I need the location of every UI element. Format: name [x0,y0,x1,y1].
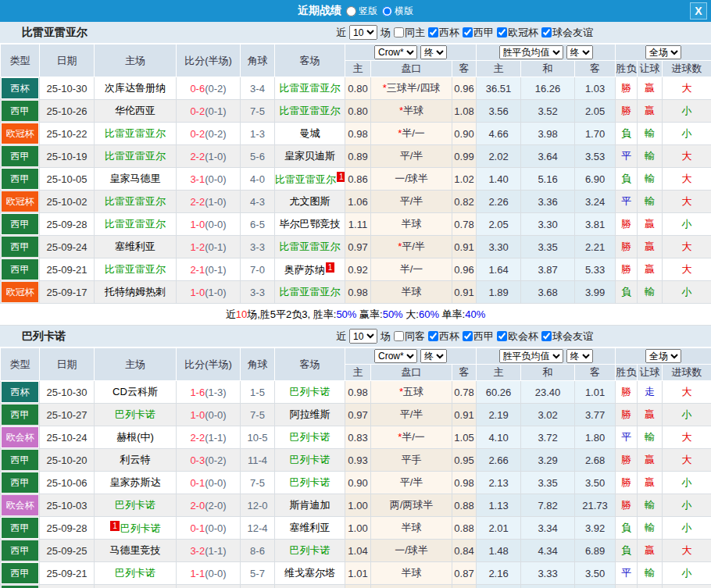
handicap-group-header: Crow*终 [345,45,477,61]
corner-count: 7-0 [241,258,275,281]
result-winlose: 負 [616,540,638,562]
result-winlose: 負 [616,585,638,588]
handicap-line: 半/一 [402,431,425,443]
comp-option[interactable]: 球会友谊 [541,330,593,344]
handicap-line-cell: *五球 [371,381,452,404]
home-team-cell: 塞维利亚 [95,236,177,258]
score-cell: 1-6(1-3) [177,381,241,404]
col-away: 客场 [275,348,345,381]
match-type-cell: 西杯 [1,381,40,404]
bookmaker-select[interactable]: Crow* [374,45,417,59]
comp-checkbox-2[interactable] [497,27,507,37]
euro-home-odds: 1.48 [477,540,521,562]
home-team-name: 比雷亚雷亚尔 [105,263,166,275]
comp-checkbox-1[interactable] [463,331,473,341]
score-cell: 0-6(0-2) [177,77,241,100]
comp-option[interactable]: 西杯 [428,330,459,344]
corner-count: 7-5 [241,100,275,123]
scope-select[interactable]: 全场 [645,349,681,363]
table-row: 西甲 25-10-27 巴列卡诺 1-0(0-0) 7-5 阿拉维斯 0.97 … [1,404,711,426]
handicap-line-cell: 平/半 [371,145,452,168]
away-team-name: 尤文图斯 [290,195,330,207]
col-eu-draw: 和 [521,61,575,77]
euro-home-odds: 3.30 [477,236,521,258]
comp-checkbox-0[interactable] [428,27,438,37]
euro-draw-odds: 3.33 [521,562,575,585]
handicap-time-select[interactable]: 终 [420,349,447,363]
comp-checkbox-0[interactable] [428,331,438,341]
away-team-name: 皇家贝迪斯 [284,150,335,162]
comp-checkbox-3[interactable] [541,331,552,341]
games-count-select[interactable]: 10 [349,329,377,344]
bookmaker-select[interactable]: Crow* [374,349,417,363]
comp-option[interactable]: 欧会杯 [497,330,538,344]
same-venue-checkbox[interactable] [394,331,404,341]
handicap-line: 平/半 [400,150,423,162]
result-handicap: 走 [638,381,663,404]
table-row: 西甲 25-09-28 1巴列卡诺 0-1(0-0) 12-4 塞维利亚 1.0… [1,517,711,540]
fulltime-score: 1-0 [190,219,205,230]
col-ah-away: 客 [452,365,477,381]
col-corner: 角球 [241,45,275,77]
same-venue-option[interactable]: 同客 [394,330,425,344]
corner-count: 7-5 [241,472,275,494]
summary-part: 单率: [439,308,465,320]
fulltime-score: 2-2 [190,432,205,444]
vertical-layout-radio[interactable] [346,6,356,16]
comp-option[interactable]: 球会友谊 [541,26,593,40]
summary-part: 近 [226,308,236,320]
avg-odds-select[interactable]: 胜平负均值 [499,349,563,363]
handicap-line-cell: 半球 [371,213,452,236]
comp-checkbox-2[interactable] [497,331,507,341]
home-team-name: 华伦西亚 [115,105,155,116]
euro-draw-odds: 3.35 [521,472,575,494]
table-row: 欧会杯 25-10-24 赫根(中) 2-2(1-1) 10-5 巴列卡诺 0.… [1,426,711,449]
match-date: 25-09-17 [40,281,95,304]
comp-checkbox-1[interactable] [463,27,473,37]
avg-odds-select[interactable]: 胜平负均值 [499,45,563,59]
comp-option[interactable]: 西杯 [428,26,459,40]
home-team-name: 比雷亚雷亚尔 [105,150,166,162]
match-type-badge: 西甲 [2,404,38,425]
comp-checkbox-3[interactable] [541,27,552,37]
match-type-cell: 西杯 [1,77,40,100]
result-handicap: 輸 [638,123,663,145]
team-section-header: 比雷亚雷亚尔 近 10 场 同主 西杯 西甲 欧冠杯 球会友谊 [0,22,711,44]
corner-count: 8-6 [241,540,275,562]
match-type-cell: 欧冠杯 [1,281,40,304]
comp-option[interactable]: 欧冠杯 [497,26,538,40]
handicap-line: 半球 [402,522,422,533]
home-team-name: 巴列卡诺 [115,499,155,511]
table-row: 西甲 25-09-25 马德里竞技 3-2(1-1) 8-6 巴列卡诺 1.04… [1,540,711,562]
euro-time-select[interactable]: 终 [566,45,593,59]
euro-home-odds: 2.01 [477,517,521,540]
away-team-cell: 曼城 [275,123,345,145]
scope-select[interactable]: 全场 [645,45,681,59]
match-type-cell: 欧会杯 [1,426,40,449]
close-button[interactable]: X [690,2,707,20]
horizontal-layout-option[interactable]: 横版 [382,5,413,18]
match-type-cell: 西甲 [1,100,40,123]
comp-option[interactable]: 西甲 [463,330,494,344]
euro-home-odds: 60.26 [477,381,521,404]
comp-option[interactable]: 西甲 [463,26,494,40]
summary-part: 60% [419,308,439,320]
score-cell: 2-2(1-0) [177,191,241,213]
match-type-cell: 西甲 [1,404,40,426]
euro-time-select[interactable]: 终 [566,349,593,363]
same-venue-option[interactable]: 同主 [394,26,425,40]
summary-part: 50% [383,308,403,320]
euro-draw-odds: 3.98 [521,123,575,145]
halftime-score: (0-0) [205,522,226,534]
handicap-time-select[interactable]: 终 [420,45,447,59]
table-row: 西杯 25-10-30 次库达鲁册纳 0-6(0-2) 3-4 比雷亚雷亚尔 0… [1,77,711,100]
euro-draw-odds: 3.68 [521,281,575,304]
euro-home-odds: 4.10 [477,426,521,449]
table-row: 西甲 25-09-21 比雷亚雷亚尔 2-1(0-1) 7-0 奥萨苏纳1 0.… [1,258,711,281]
games-count-select[interactable]: 10 [349,25,377,40]
panel-title: 近期战绩 [298,4,341,18]
same-venue-checkbox[interactable] [394,27,404,37]
horizontal-layout-radio[interactable] [382,6,392,16]
vertical-layout-option[interactable]: 竖版 [346,5,377,18]
result-goals: 大 [663,236,711,258]
